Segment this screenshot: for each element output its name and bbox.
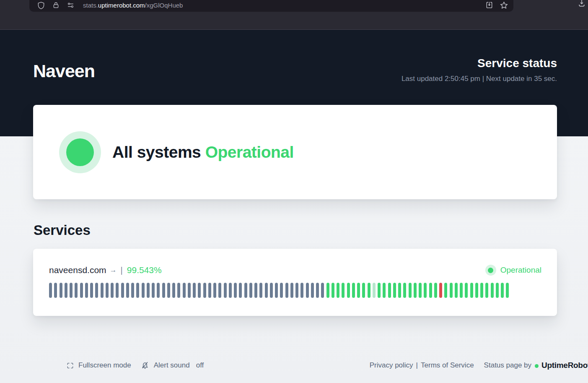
uptime-bar-unknown[interactable] xyxy=(101,283,104,298)
uptime-bar-up[interactable] xyxy=(480,283,483,298)
permissions-icon[interactable] xyxy=(66,1,75,10)
uptime-bar-unknown[interactable] xyxy=(280,283,283,298)
uptime-bar-unknown[interactable] xyxy=(290,283,293,298)
external-link-arrow-icon[interactable]: → xyxy=(110,266,117,274)
uptime-bar-up[interactable] xyxy=(347,283,350,298)
uptime-bar-unknown[interactable] xyxy=(218,283,221,298)
uptime-bar-up[interactable] xyxy=(470,283,473,298)
uptime-bar-unknown[interactable] xyxy=(275,283,278,298)
uptime-bar-unknown[interactable] xyxy=(111,283,114,298)
uptime-bar-up[interactable] xyxy=(501,283,504,298)
uptime-bar-unknown[interactable] xyxy=(208,283,211,298)
uptime-bar-unknown[interactable] xyxy=(177,283,180,298)
save-page-icon[interactable] xyxy=(484,1,494,10)
uptimerobot-brand-link[interactable]: UptimeRobot xyxy=(541,361,588,370)
uptime-bar-up[interactable] xyxy=(393,283,396,298)
uptime-bar-down[interactable] xyxy=(439,283,442,298)
uptime-bar-up[interactable] xyxy=(434,283,437,298)
alert-sound-state[interactable]: off xyxy=(196,361,204,370)
uptime-bar-up[interactable] xyxy=(475,283,478,298)
uptime-bar-unknown[interactable] xyxy=(265,283,268,298)
uptime-bar-up[interactable] xyxy=(460,283,463,298)
uptime-bar-up[interactable] xyxy=(455,283,458,298)
uptime-bar-unknown[interactable] xyxy=(244,283,247,298)
uptime-bar-up[interactable] xyxy=(424,283,427,298)
uptime-bar-unknown[interactable] xyxy=(65,283,67,298)
uptime-bar-up[interactable] xyxy=(383,283,386,298)
uptime-bar-up[interactable] xyxy=(444,283,447,298)
uptime-bar-up[interactable] xyxy=(352,283,355,298)
uptime-bar-up[interactable] xyxy=(332,283,334,298)
uptime-bar-unknown[interactable] xyxy=(213,283,216,298)
uptime-bar-up[interactable] xyxy=(398,283,401,298)
uptime-bar-unknown[interactable] xyxy=(239,283,242,298)
uptime-bar-unknown[interactable] xyxy=(152,283,155,298)
uptime-bar-unknown[interactable] xyxy=(95,283,98,298)
uptime-bar-unknown[interactable] xyxy=(167,283,170,298)
uptime-bar-unknown[interactable] xyxy=(224,283,227,298)
uptime-bar-unknown[interactable] xyxy=(147,283,150,298)
terms-of-service-link[interactable]: Terms of Service xyxy=(421,361,474,369)
uptime-bar-unknown[interactable] xyxy=(188,283,191,298)
uptime-bar-unknown[interactable] xyxy=(49,283,52,298)
uptime-bar-unknown[interactable] xyxy=(142,283,145,298)
uptime-bar-up[interactable] xyxy=(419,283,422,298)
uptime-bar-unknown[interactable] xyxy=(285,283,288,298)
uptime-bar-unknown[interactable] xyxy=(316,283,319,298)
uptime-bar-unknown[interactable] xyxy=(126,283,129,298)
uptime-bar-up[interactable] xyxy=(342,283,345,298)
uptime-bar-unknown[interactable] xyxy=(254,283,257,298)
shield-icon[interactable] xyxy=(36,1,46,10)
uptime-bar-unknown[interactable] xyxy=(300,283,303,298)
uptime-bar-unknown[interactable] xyxy=(85,283,88,298)
uptime-bar-up[interactable] xyxy=(403,283,406,298)
uptime-bar-up[interactable] xyxy=(362,283,365,298)
uptime-bar-unknown[interactable] xyxy=(54,283,57,298)
uptime-bar-up[interactable] xyxy=(506,283,509,298)
uptime-bar-unknown[interactable] xyxy=(116,283,119,298)
uptime-bar-unknown[interactable] xyxy=(162,283,165,298)
uptime-bar-up[interactable] xyxy=(485,283,488,298)
uptime-bar-unknown[interactable] xyxy=(106,283,109,298)
uptime-bar-unknown[interactable] xyxy=(270,283,273,298)
address-bar[interactable]: stats.uptimerobot.com/xgGlOqHueb xyxy=(29,0,513,12)
uptime-bar-up[interactable] xyxy=(496,283,499,298)
uptime-bar-unknown[interactable] xyxy=(90,283,93,298)
alert-sound-button[interactable]: Alert sound off xyxy=(140,361,204,370)
uptime-bar-unknown[interactable] xyxy=(121,283,124,298)
service-name-link[interactable]: naveensd.com xyxy=(49,265,106,275)
uptime-bar-unknown[interactable] xyxy=(131,283,134,298)
uptime-bar-unknown[interactable] xyxy=(295,283,298,298)
uptime-bar-unknown[interactable] xyxy=(229,283,232,298)
uptime-bar-unknown[interactable] xyxy=(80,283,83,298)
uptime-bar-up[interactable] xyxy=(388,283,391,298)
uptime-bar-unknown[interactable] xyxy=(136,283,139,298)
uptime-bar-up[interactable] xyxy=(337,283,339,298)
uptime-bar-up[interactable] xyxy=(414,283,417,298)
uptime-bar-up[interactable] xyxy=(409,283,412,298)
fullscreen-mode-button[interactable]: Fullscreen mode xyxy=(66,361,131,370)
privacy-policy-link[interactable]: Privacy policy xyxy=(370,361,413,369)
uptime-bar-unknown[interactable] xyxy=(75,283,78,298)
uptime-bar-up[interactable] xyxy=(368,283,370,298)
lock-icon[interactable] xyxy=(51,1,60,10)
uptime-bar-up[interactable] xyxy=(378,283,381,298)
uptime-bar-unknown[interactable] xyxy=(198,283,201,298)
uptime-bar-unknown[interactable] xyxy=(183,283,186,298)
uptime-bar-up[interactable] xyxy=(357,283,360,298)
uptime-bar-unknown[interactable] xyxy=(311,283,314,298)
uptime-bar-up[interactable] xyxy=(465,283,468,298)
uptime-bar-unknown[interactable] xyxy=(234,283,237,298)
bookmark-star-icon[interactable] xyxy=(499,1,508,10)
uptime-bar-unknown[interactable] xyxy=(259,283,262,298)
uptime-bar-up[interactable] xyxy=(491,283,494,298)
downloads-icon[interactable] xyxy=(577,0,586,9)
uptime-bar-unknown[interactable] xyxy=(70,283,73,298)
uptime-bar-up[interactable] xyxy=(326,283,329,298)
uptime-bar-up[interactable] xyxy=(429,283,432,298)
uptime-bar-degraded[interactable] xyxy=(373,283,376,298)
uptime-bar-unknown[interactable] xyxy=(60,283,62,298)
uptime-bar-unknown[interactable] xyxy=(306,283,309,298)
uptime-bar-unknown[interactable] xyxy=(193,283,196,298)
uptime-bar-up[interactable] xyxy=(450,283,453,298)
